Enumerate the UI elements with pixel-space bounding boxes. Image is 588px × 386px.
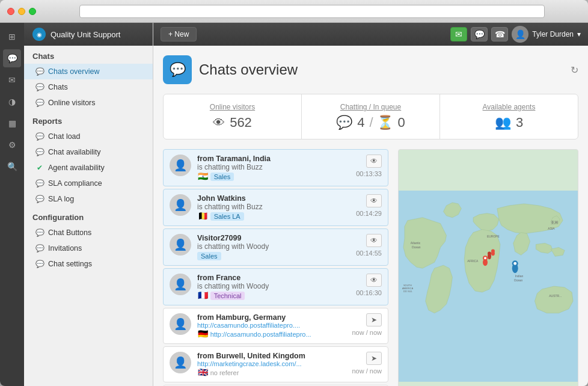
chat-avatar-2: 👤	[170, 194, 191, 216]
online-visitors-label: Online visitors	[48, 99, 96, 107]
svg-text:AFRICA: AFRICA	[467, 260, 479, 263]
chat-tag-4: Technical	[210, 292, 245, 300]
icon-rail: ⊞ 💬 ✉ ◑ ▦ ⚙ 🔍	[0, 23, 24, 386]
view-chat-3-button[interactable]: 👁	[366, 234, 382, 247]
view-chat-2-button[interactable]: 👁	[366, 194, 382, 207]
visitor-url2-2: no referer	[210, 369, 239, 376]
chat-bubble-icon: 💬	[336, 115, 352, 130]
chat-time-2: 00:14:29	[356, 210, 382, 217]
sla-log-icon: 💬	[35, 194, 44, 204]
top-header: + New ✉ 💬 ☎ 👤 Tyler Durden ▾	[153, 23, 588, 46]
stat-chatting: Chatting / In queue 💬 4 / ⏳ 0	[302, 94, 440, 139]
chat-settings-label: Chat settings	[48, 260, 92, 268]
visitor-flag-2: 🇬🇧	[197, 369, 208, 376]
sidebar-item-chat-load[interactable]: 💬 Chat load	[24, 129, 153, 144]
sidebar-item-sla-compliance[interactable]: 💬 SLA compliance	[24, 176, 153, 191]
chats-overview-label: Chats overview	[48, 67, 99, 76]
refresh-button[interactable]: ↻	[571, 64, 578, 76]
maximize-button[interactable]	[29, 8, 36, 15]
sla-log-label: SLA log	[48, 195, 74, 203]
close-button[interactable]	[7, 8, 14, 15]
visitor-actions-2: ➤ now / now	[352, 352, 382, 375]
online-visitors-stat-label[interactable]: Online visitors	[170, 103, 295, 111]
chat-list: 👤 from Taramani, India is chatting with …	[163, 149, 388, 386]
blue-pin-1	[512, 260, 518, 273]
chat-time-4: 00:16:30	[356, 289, 382, 296]
phone-icon-btn[interactable]: ☎	[491, 27, 508, 41]
mail-icon-btn[interactable]: ✉	[450, 27, 467, 41]
svg-text:Ocean: Ocean	[514, 279, 523, 282]
world-map-svg: 亚洲 ASIA EUROPE AFRICA Atlantic Ocean SOU…	[399, 150, 578, 386]
sidebar-item-chats[interactable]: 💬 Chats	[24, 79, 153, 95]
red-pin-1	[483, 256, 488, 266]
content-area: 💬 Chats overview ↻ Online visitors 👁 562	[153, 46, 588, 386]
chat-item-4: 👤 from France is chatting with Woody 🇫🇷 …	[163, 268, 388, 305]
visitor-info-1: from Hamburg, Germany http://casamundo.p…	[197, 313, 346, 339]
sidebar-item-chats-overview[interactable]: 💬 Chats overview	[24, 64, 153, 79]
chat-icon-btn[interactable]: 💬	[471, 27, 488, 41]
url-bar[interactable]	[79, 5, 545, 18]
chat-name-3: Visitor27099	[197, 234, 350, 242]
view-chat-4-button[interactable]: 👁	[366, 274, 382, 287]
stat-online-visitors: Online visitors 👁 562	[164, 94, 302, 139]
chat-buttons-label: Chat Buttons	[48, 228, 91, 237]
rail-bar-icon[interactable]: ▦	[3, 114, 21, 132]
sidebar-item-chat-buttons[interactable]: 💬 Chat Buttons	[24, 225, 153, 240]
invite-visitor-1-button[interactable]: ➤	[366, 313, 382, 326]
user-menu[interactable]: 👤 Tyler Durden ▾	[512, 26, 581, 43]
slash-separator: / ⏳	[369, 115, 393, 130]
flag-4: 🇫🇷	[197, 292, 208, 299]
svg-point-19	[491, 249, 495, 253]
visitor-location-1: from Hamburg, Germany	[197, 313, 346, 322]
online-visitors-number: 562	[230, 115, 252, 130]
agents-stat-label: Available agents	[446, 103, 572, 111]
chat-time-3: 00:14:55	[356, 250, 382, 257]
invite-visitor-2-button[interactable]: ➤	[366, 352, 382, 365]
svg-text:亚洲: 亚洲	[551, 221, 558, 224]
rail-gear-icon[interactable]: ⚙	[3, 136, 21, 154]
svg-text:AUSTR...: AUSTR...	[549, 295, 562, 298]
rail-mail-icon[interactable]: ✉	[3, 71, 21, 89]
two-col-layout: 👤 from Taramani, India is chatting with …	[163, 149, 578, 386]
rail-grid-icon[interactable]: ⊞	[3, 28, 21, 46]
page-header: 💬 Chats overview ↻	[163, 55, 578, 84]
flag-2: 🇧🇪	[197, 212, 208, 219]
rail-pie-icon[interactable]: ◑	[3, 93, 21, 111]
sidebar-item-agent-availability[interactable]: ✔ Agent availability	[24, 160, 153, 176]
chat-time-1: 00:13:33	[356, 170, 382, 177]
sidebar-item-sla-log[interactable]: 💬 SLA log	[24, 191, 153, 207]
chat-item-1: 👤 from Taramani, India is chatting with …	[163, 149, 388, 186]
visitor-info-2: from Burwell, United Kingdom http://mark…	[197, 352, 346, 377]
rail-chat-icon[interactable]: 💬	[3, 49, 21, 67]
visitor-flag-1: 🇩🇪	[197, 330, 208, 337]
online-visitors-icon: 💬	[35, 98, 44, 108]
user-avatar: 👤	[512, 26, 528, 43]
chats-icon: 💬	[35, 82, 44, 92]
sidebar-item-invitations[interactable]: 💬 Invitations	[24, 240, 153, 256]
visitor-actions-1: ➤ now / now	[352, 313, 382, 336]
red-pin-2	[488, 251, 491, 259]
sidebar-item-chat-availability[interactable]: 💬 Chat availability	[24, 144, 153, 160]
chat-info-2: John Watkins is chatting with Buzz 🇧🇪 Sa…	[197, 194, 350, 221]
new-button[interactable]: + New	[161, 27, 197, 41]
sidebar-item-chat-settings[interactable]: 💬 Chat settings	[24, 256, 153, 272]
chat-item-2: 👤 John Watkins is chatting with Buzz 🇧🇪 …	[163, 189, 388, 226]
sidebar-item-online-visitors[interactable]: 💬 Online visitors	[24, 95, 153, 111]
minimize-button[interactable]	[18, 8, 25, 15]
chat-info-4: from France is chatting with Woody 🇫🇷 Te…	[197, 274, 350, 300]
configuration-section-title: Configuration	[24, 207, 153, 225]
titlebar	[0, 0, 588, 23]
svg-text:EUROPE: EUROPE	[487, 235, 500, 238]
online-visitors-stat-value: 👁 562	[170, 115, 295, 130]
agents-icon: 👥	[495, 115, 511, 130]
app-logo: ◉	[32, 28, 46, 41]
view-chat-1-button[interactable]: 👁	[366, 155, 382, 168]
traffic-lights	[7, 8, 36, 15]
rail-search-icon[interactable]: 🔍	[3, 158, 21, 176]
chat-name-2: John Watkins	[197, 194, 350, 203]
chatting-stat-label[interactable]: Chatting / In queue	[308, 103, 433, 111]
chats-overview-icon: 💬	[35, 67, 44, 76]
svg-text:Indian: Indian	[515, 275, 524, 278]
sla-compliance-icon: 💬	[35, 179, 44, 188]
visitor-avatar-1: 👤	[170, 313, 191, 335]
